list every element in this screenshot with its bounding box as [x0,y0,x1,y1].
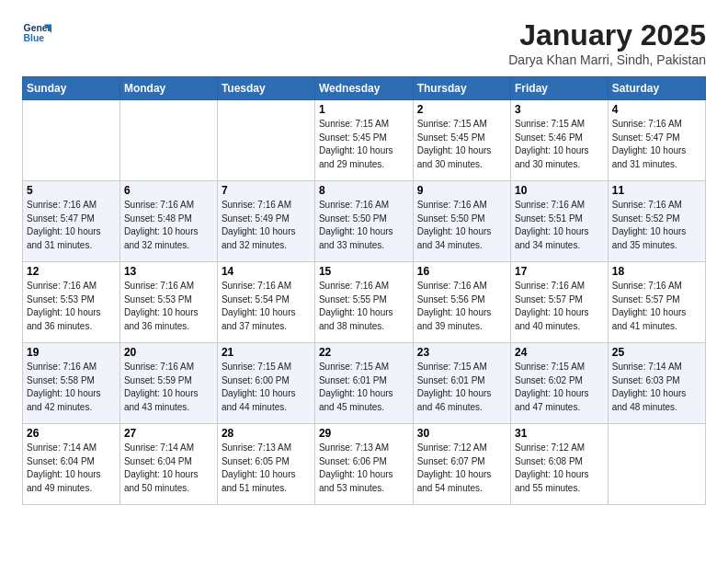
header-thursday: Thursday [413,77,510,100]
day-number: 24 [515,346,604,359]
week-row-5: 26Sunrise: 7:14 AM Sunset: 6:04 PM Dayli… [23,424,706,505]
day-number: 17 [515,265,604,278]
day-number: 5 [27,184,116,197]
header-row: SundayMondayTuesdayWednesdayThursdayFrid… [23,77,706,100]
day-number: 10 [515,184,604,197]
day-cell: 19Sunrise: 7:16 AM Sunset: 5:58 PM Dayli… [23,343,120,424]
day-number: 3 [515,103,604,116]
day-cell: 23Sunrise: 7:15 AM Sunset: 6:01 PM Dayli… [413,343,510,424]
day-cell: 18Sunrise: 7:16 AM Sunset: 5:57 PM Dayli… [608,262,705,343]
day-info: Sunrise: 7:15 AM Sunset: 5:46 PM Dayligh… [515,118,604,171]
day-cell: 15Sunrise: 7:16 AM Sunset: 5:55 PM Dayli… [314,262,413,343]
day-cell [23,100,120,181]
day-number: 14 [222,265,311,278]
day-info: Sunrise: 7:13 AM Sunset: 6:06 PM Dayligh… [319,442,409,495]
day-number: 29 [319,427,409,440]
logo-icon: General Blue [22,18,51,48]
day-info: Sunrise: 7:16 AM Sunset: 5:50 PM Dayligh… [319,199,409,252]
day-cell: 24Sunrise: 7:15 AM Sunset: 6:02 PM Dayli… [511,343,609,424]
day-cell: 16Sunrise: 7:16 AM Sunset: 5:56 PM Dayli… [413,262,510,343]
day-cell [217,100,314,181]
week-row-4: 19Sunrise: 7:16 AM Sunset: 5:58 PM Dayli… [23,343,706,424]
day-number: 30 [417,427,506,440]
day-info: Sunrise: 7:12 AM Sunset: 6:07 PM Dayligh… [417,442,506,495]
header-wednesday: Wednesday [314,77,413,100]
day-cell: 2Sunrise: 7:15 AM Sunset: 5:45 PM Daylig… [413,100,510,181]
day-info: Sunrise: 7:14 AM Sunset: 6:04 PM Dayligh… [27,442,116,495]
calendar-table: SundayMondayTuesdayWednesdayThursdayFrid… [22,76,706,505]
day-cell: 12Sunrise: 7:16 AM Sunset: 5:53 PM Dayli… [23,262,120,343]
day-cell [608,424,705,505]
day-number: 25 [612,346,701,359]
day-number: 4 [612,103,701,116]
week-row-2: 5Sunrise: 7:16 AM Sunset: 5:47 PM Daylig… [23,181,706,262]
day-info: Sunrise: 7:15 AM Sunset: 5:45 PM Dayligh… [417,118,506,171]
day-cell: 27Sunrise: 7:14 AM Sunset: 6:04 PM Dayli… [119,424,217,505]
day-info: Sunrise: 7:16 AM Sunset: 5:51 PM Dayligh… [515,199,604,252]
day-cell: 1Sunrise: 7:15 AM Sunset: 5:45 PM Daylig… [314,100,413,181]
day-info: Sunrise: 7:16 AM Sunset: 5:47 PM Dayligh… [27,199,116,252]
day-number: 21 [222,346,311,359]
day-info: Sunrise: 7:16 AM Sunset: 5:52 PM Dayligh… [612,199,701,252]
day-cell [119,100,217,181]
day-info: Sunrise: 7:16 AM Sunset: 5:54 PM Dayligh… [222,280,311,333]
day-cell: 31Sunrise: 7:12 AM Sunset: 6:08 PM Dayli… [511,424,609,505]
day-cell: 30Sunrise: 7:12 AM Sunset: 6:07 PM Dayli… [413,424,510,505]
day-info: Sunrise: 7:14 AM Sunset: 6:04 PM Dayligh… [124,442,213,495]
page-header: General Blue January 2025 Darya Khan Mar… [22,18,706,67]
header-sunday: Sunday [23,77,120,100]
day-info: Sunrise: 7:16 AM Sunset: 5:55 PM Dayligh… [319,280,409,333]
day-number: 26 [27,427,116,440]
day-number: 18 [612,265,701,278]
day-info: Sunrise: 7:15 AM Sunset: 5:45 PM Dayligh… [319,118,409,171]
day-info: Sunrise: 7:16 AM Sunset: 5:47 PM Dayligh… [612,118,701,171]
day-cell: 5Sunrise: 7:16 AM Sunset: 5:47 PM Daylig… [23,181,120,262]
day-info: Sunrise: 7:16 AM Sunset: 5:50 PM Dayligh… [417,199,506,252]
day-info: Sunrise: 7:16 AM Sunset: 5:57 PM Dayligh… [612,280,701,333]
day-number: 13 [124,265,213,278]
day-info: Sunrise: 7:15 AM Sunset: 6:00 PM Dayligh… [222,361,311,414]
week-row-3: 12Sunrise: 7:16 AM Sunset: 5:53 PM Dayli… [23,262,706,343]
logo: General Blue [22,18,51,48]
header-monday: Monday [119,77,217,100]
day-number: 8 [319,184,409,197]
day-cell: 9Sunrise: 7:16 AM Sunset: 5:50 PM Daylig… [413,181,510,262]
week-row-1: 1Sunrise: 7:15 AM Sunset: 5:45 PM Daylig… [23,100,706,181]
day-cell: 25Sunrise: 7:14 AM Sunset: 6:03 PM Dayli… [608,343,705,424]
day-number: 22 [319,346,409,359]
day-number: 7 [222,184,311,197]
day-info: Sunrise: 7:15 AM Sunset: 6:01 PM Dayligh… [319,361,409,414]
day-info: Sunrise: 7:16 AM Sunset: 5:56 PM Dayligh… [417,280,506,333]
day-cell: 3Sunrise: 7:15 AM Sunset: 5:46 PM Daylig… [511,100,609,181]
day-number: 20 [124,346,213,359]
location: Darya Khan Marri, Sindh, Pakistan [508,52,706,67]
day-number: 15 [319,265,409,278]
day-cell: 29Sunrise: 7:13 AM Sunset: 6:06 PM Dayli… [314,424,413,505]
day-number: 1 [319,103,409,116]
day-cell: 6Sunrise: 7:16 AM Sunset: 5:48 PM Daylig… [119,181,217,262]
day-info: Sunrise: 7:16 AM Sunset: 5:53 PM Dayligh… [27,280,116,333]
day-cell: 13Sunrise: 7:16 AM Sunset: 5:53 PM Dayli… [119,262,217,343]
header-tuesday: Tuesday [217,77,314,100]
day-cell: 28Sunrise: 7:13 AM Sunset: 6:05 PM Dayli… [217,424,314,505]
day-number: 12 [27,265,116,278]
day-cell: 21Sunrise: 7:15 AM Sunset: 6:00 PM Dayli… [217,343,314,424]
day-number: 19 [27,346,116,359]
day-cell: 22Sunrise: 7:15 AM Sunset: 6:01 PM Dayli… [314,343,413,424]
month-title: January 2025 [508,18,706,52]
day-number: 11 [612,184,701,197]
day-cell: 20Sunrise: 7:16 AM Sunset: 5:59 PM Dayli… [119,343,217,424]
day-info: Sunrise: 7:15 AM Sunset: 6:02 PM Dayligh… [515,361,604,414]
day-cell: 7Sunrise: 7:16 AM Sunset: 5:49 PM Daylig… [217,181,314,262]
day-number: 27 [124,427,213,440]
day-number: 9 [417,184,506,197]
header-saturday: Saturday [608,77,705,100]
day-info: Sunrise: 7:16 AM Sunset: 5:53 PM Dayligh… [124,280,213,333]
day-cell: 26Sunrise: 7:14 AM Sunset: 6:04 PM Dayli… [23,424,120,505]
day-cell: 14Sunrise: 7:16 AM Sunset: 5:54 PM Dayli… [217,262,314,343]
day-number: 28 [222,427,311,440]
day-info: Sunrise: 7:16 AM Sunset: 5:48 PM Dayligh… [124,199,213,252]
day-cell: 11Sunrise: 7:16 AM Sunset: 5:52 PM Dayli… [608,181,705,262]
header-friday: Friday [511,77,609,100]
day-cell: 10Sunrise: 7:16 AM Sunset: 5:51 PM Dayli… [511,181,609,262]
